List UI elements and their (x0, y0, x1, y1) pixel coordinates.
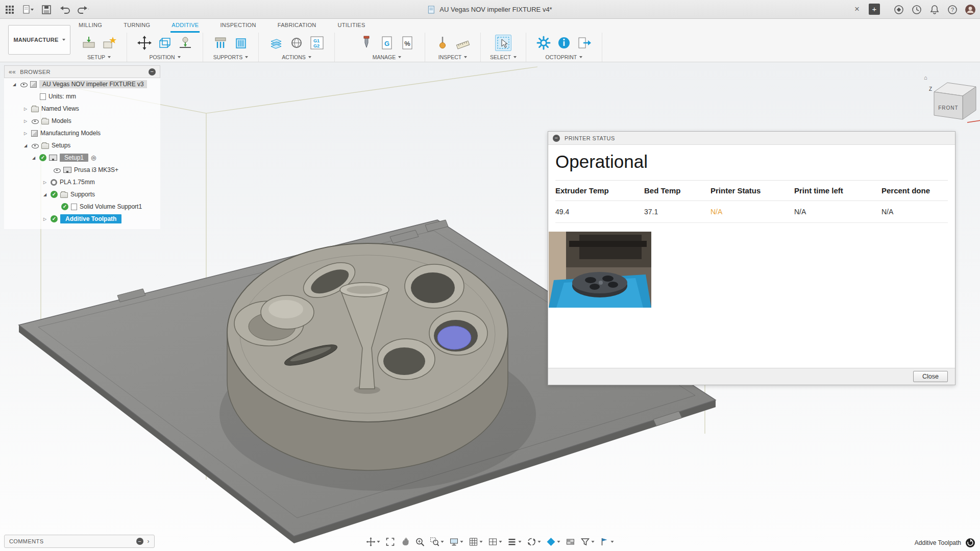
collapsed-triangle-icon[interactable]: ▷ (22, 107, 29, 111)
measure-icon[interactable] (455, 35, 471, 51)
texture-icon[interactable] (565, 536, 577, 548)
group-label-octoprint[interactable]: OCTOPRINT (546, 53, 583, 61)
group-label-setup[interactable]: SETUP (87, 53, 111, 61)
comments-expand-chevron-icon[interactable]: › (148, 538, 150, 545)
printer-status-header[interactable]: PRINTER STATUS (548, 132, 955, 145)
document-tab[interactable]: AU Vegas NOV impeller FIXTURE v4* (428, 0, 552, 19)
browser-item-named-views[interactable]: ▷ Named Views (4, 103, 160, 115)
job-progress-icon[interactable] (966, 538, 975, 547)
browser-header[interactable]: «« BROWSER (4, 65, 160, 78)
octoprint-info-icon[interactable] (556, 35, 572, 51)
probe-icon[interactable] (434, 35, 451, 51)
generate-icon[interactable] (288, 35, 305, 51)
templates-icon[interactable]: % (399, 35, 415, 51)
octoprint-settings-icon[interactable] (535, 35, 552, 51)
fixture-cup-bottom[interactable] (378, 339, 435, 380)
browser-item-supports[interactable]: ◢ Supports (4, 188, 160, 201)
steps-icon[interactable] (506, 536, 523, 548)
browser-item-setups[interactable]: ◢ Setups (4, 139, 160, 152)
viewports-icon[interactable] (487, 536, 504, 548)
collapsed-triangle-icon[interactable]: ▷ (42, 180, 48, 185)
fixture-cup-top-right[interactable] (405, 264, 464, 308)
orbit-icon[interactable] (526, 536, 543, 548)
display-settings-icon[interactable] (448, 536, 465, 548)
group-label-actions[interactable]: ACTIONS (282, 53, 311, 61)
visibility-eye-icon[interactable] (20, 81, 28, 88)
browser-item-additive-toolpath[interactable]: ▷ Additive Toolpath (4, 213, 160, 225)
group-label-select[interactable]: SELECT (490, 53, 517, 61)
octoprint-send-icon[interactable] (576, 35, 593, 51)
expanded-triangle-icon[interactable]: ◢ (22, 143, 29, 148)
visibility-eye-icon[interactable] (31, 118, 39, 124)
close-button[interactable]: Close (913, 371, 948, 382)
fit-view-icon[interactable] (384, 536, 397, 548)
browser-item-setup1[interactable]: ◢ Setup1 ◎ (4, 152, 160, 164)
effects-icon[interactable] (545, 536, 562, 548)
group-label-manage[interactable]: MANAGE (373, 53, 402, 61)
drop-parts-icon[interactable] (177, 35, 193, 51)
collapsed-triangle-icon[interactable]: ▷ (42, 217, 48, 221)
select-icon[interactable] (495, 35, 511, 51)
group-label-position[interactable]: POSITION (149, 53, 180, 61)
browser-item-material[interactable]: ▷ PLA 1.75mm (4, 176, 160, 188)
job-status-icon[interactable] (911, 4, 922, 15)
collapsed-triangle-icon[interactable]: ▷ (22, 131, 29, 136)
close-tab-icon[interactable]: × (851, 4, 863, 15)
active-setup-target-icon[interactable]: ◎ (91, 154, 96, 161)
arrange-icon[interactable] (157, 35, 173, 51)
bar-supports-icon[interactable] (212, 35, 229, 51)
visibility-eye-icon[interactable] (53, 167, 61, 173)
browser-item-units[interactable]: Units: mm (4, 90, 160, 103)
pan-icon[interactable] (399, 536, 411, 548)
viewcube[interactable]: ⌂ Z FRONT X (919, 72, 980, 130)
markup-icon[interactable] (599, 536, 616, 548)
zoom-window-icon[interactable] (429, 536, 446, 548)
browser-item-solid-volume-support[interactable]: Solid Volume Support1 (4, 201, 160, 213)
home-icon[interactable]: ⌂ (924, 74, 927, 81)
volume-supports-icon[interactable] (233, 35, 249, 51)
browser-item-manufacturing-models[interactable]: ▷ Manufacturing Models (4, 127, 160, 139)
expanded-triangle-icon[interactable]: ◢ (31, 156, 37, 160)
collapsed-triangle-icon[interactable]: ▷ (22, 119, 29, 123)
fixture-cup-selected[interactable] (429, 311, 487, 355)
redo-icon[interactable] (78, 4, 89, 15)
file-menu-icon[interactable] (22, 4, 34, 15)
tab-additive[interactable]: ADDITIVE (170, 19, 200, 33)
browser-item-models[interactable]: ▷ Models (4, 115, 160, 127)
zoom-icon[interactable] (414, 536, 426, 548)
nc-program-icon[interactable]: G (379, 35, 395, 51)
expanded-triangle-icon[interactable]: ◢ (42, 192, 48, 197)
move-icon[interactable] (365, 536, 382, 548)
grid-settings-icon[interactable] (468, 536, 484, 548)
expanded-triangle-icon[interactable]: ◢ (11, 82, 17, 87)
undo-icon[interactable] (59, 4, 70, 15)
panel-collapse-icon[interactable] (149, 68, 156, 76)
tool-library-icon[interactable] (358, 35, 375, 51)
panel-collapse-icon[interactable] (553, 135, 560, 142)
new-setup-icon[interactable] (81, 35, 97, 51)
tab-milling[interactable]: MILLING (78, 19, 103, 33)
group-label-supports[interactable]: SUPPORTS (213, 53, 249, 61)
filter-icon[interactable] (579, 536, 596, 548)
save-icon[interactable] (41, 4, 52, 15)
tab-inspection[interactable]: INSPECTION (219, 19, 257, 33)
slice-preview-icon[interactable] (268, 35, 284, 51)
profile-avatar[interactable] (965, 4, 976, 15)
fixture-part[interactable] (227, 243, 508, 470)
tab-utilities[interactable]: UTILITIES (337, 19, 366, 33)
visibility-eye-icon[interactable] (31, 142, 39, 149)
move-components-icon[interactable] (136, 35, 153, 51)
extensions-icon[interactable] (893, 4, 904, 15)
collapse-left-icon[interactable]: «« (9, 68, 16, 76)
tab-turning[interactable]: TURNING (122, 19, 151, 33)
browser-item-printer[interactable]: Prusa i3 MK3S+ (4, 164, 160, 176)
help-icon[interactable]: ? (947, 4, 958, 15)
notifications-bell-icon[interactable] (929, 4, 940, 15)
browser-item-root[interactable]: ◢ AU Vegas NOV impeller FIXTURE v3 (4, 78, 160, 90)
fixture-dome[interactable] (261, 295, 314, 329)
workspace-selector[interactable]: MANUFACTURE (8, 25, 70, 55)
tab-fabrication[interactable]: FABRICATION (277, 19, 317, 33)
post-process-icon[interactable]: G1G2 (309, 35, 325, 51)
group-label-inspect[interactable]: INSPECT (438, 53, 468, 61)
comments-collapse-icon[interactable] (136, 538, 143, 545)
